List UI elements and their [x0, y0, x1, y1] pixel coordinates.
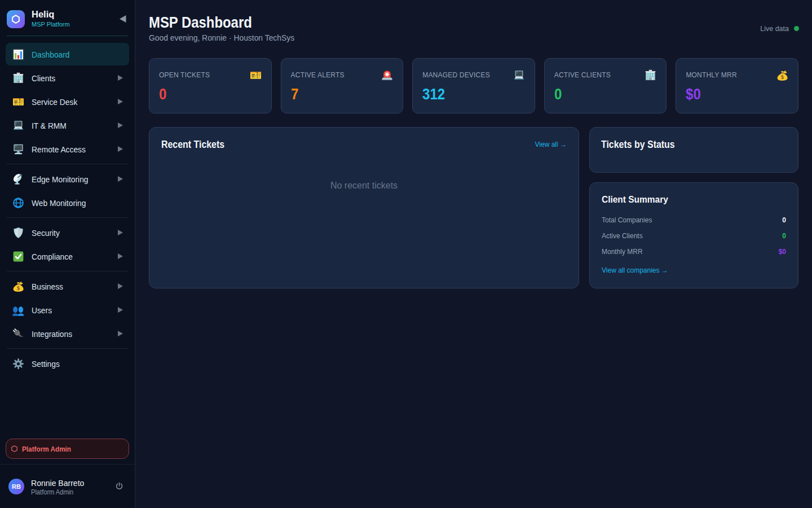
svg-text:$: $ [781, 73, 784, 80]
svg-text:$: $ [17, 284, 20, 291]
